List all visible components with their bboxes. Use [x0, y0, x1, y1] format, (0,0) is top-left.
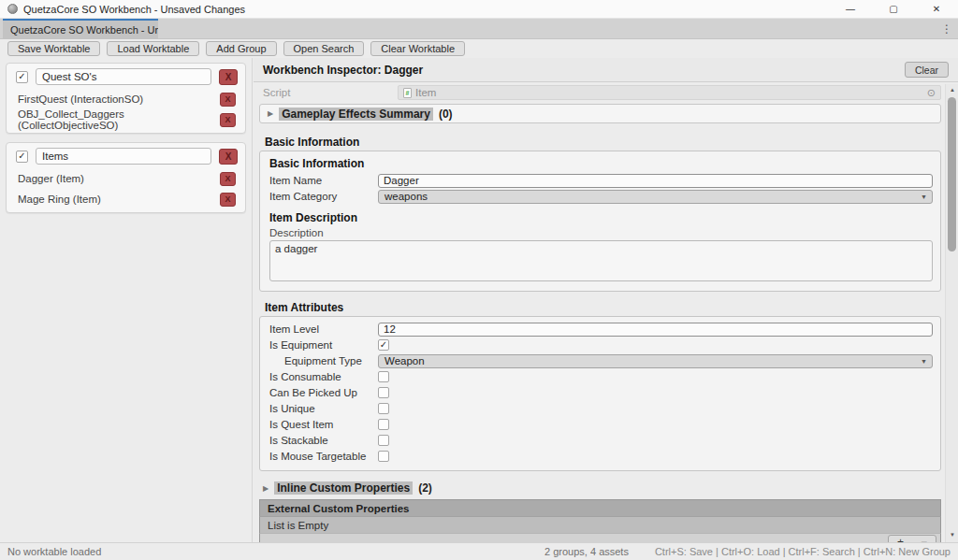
group-header: ✓ X: [7, 64, 245, 89]
delete-asset-button[interactable]: X: [220, 93, 236, 107]
inspector-panel: Workbench Inspector: Dagger Clear Script…: [254, 58, 958, 542]
is-equipment-row: Is Equipment ✓: [269, 337, 933, 352]
field-label: Is Quest Item: [269, 419, 378, 430]
item-attributes-section-label: Item Attributes: [259, 301, 941, 314]
add-group-button[interactable]: Add Group: [206, 41, 276, 56]
dropdown-arrow-icon: ▼: [921, 358, 927, 365]
app-icon: [7, 4, 18, 14]
delete-group-button[interactable]: X: [219, 69, 238, 85]
tab-bar: QuetzaCore SO Workbench - Un... ⋮: [0, 19, 958, 39]
list-item[interactable]: Mage Ring (Item) X: [7, 189, 245, 209]
dropdown-value: Weapon: [385, 355, 425, 366]
status-bar: No worktable loaded 2 groups, 4 assets C…: [0, 542, 958, 560]
description-label: Description: [269, 227, 933, 238]
equipment-type-dropdown[interactable]: Weapon ▼: [378, 354, 933, 368]
script-label: Script: [259, 87, 398, 98]
is-mouse-targetable-checkbox[interactable]: [378, 451, 389, 462]
close-button[interactable]: ✕: [915, 0, 958, 18]
asset-label: FirstQuest (InteractionSO): [18, 93, 220, 105]
status-shortcuts: Ctrl+S: Save | Ctrl+O: Load | Ctrl+F: Se…: [655, 546, 951, 557]
is-quest-item-checkbox[interactable]: [378, 419, 389, 430]
maximize-button[interactable]: ▢: [872, 0, 915, 18]
scroll-down-icon[interactable]: ▼: [946, 529, 958, 540]
group-name-input[interactable]: [36, 148, 211, 165]
basic-information-box: Basic Information Item Name Item Categor…: [259, 151, 941, 292]
window-controls: — ▢ ✕: [829, 0, 958, 18]
script-value: Item: [415, 87, 923, 98]
asset-label: Dagger (Item): [18, 173, 220, 184]
open-search-button[interactable]: Open Search: [283, 41, 365, 56]
groups-panel: ✓ X FirstQuest (InteractionSO) X OBJ_Col…: [0, 58, 253, 542]
clear-inspector-button[interactable]: Clear: [905, 62, 949, 78]
delete-asset-button[interactable]: X: [220, 113, 236, 127]
title-bar: QuetzaCore SO Workbench - Unsaved Change…: [0, 0, 958, 19]
equipment-type-row: Equipment Type Weapon ▼: [269, 353, 933, 368]
dropdown-arrow-icon: ▼: [921, 194, 927, 200]
inspector-scrollbar[interactable]: ▲ ▼: [945, 84, 958, 542]
asset-label: OBJ_Collect_Daggers (CollectObjectiveSO): [18, 108, 220, 131]
item-attributes-box: Item Level Is Equipment ✓ Equipment Type…: [259, 316, 941, 471]
minimize-button[interactable]: —: [829, 0, 872, 18]
clear-worktable-button[interactable]: Clear Worktable: [370, 41, 465, 56]
can-be-picked-up-row: Can Be Picked Up: [269, 385, 933, 400]
group-name-input[interactable]: [36, 68, 211, 85]
is-stackable-row: Is Stackable: [269, 433, 933, 448]
delete-asset-button[interactable]: X: [220, 193, 236, 207]
save-worktable-button[interactable]: Save Worktable: [7, 41, 100, 56]
group-enabled-checkbox[interactable]: ✓: [16, 71, 28, 83]
main-area: ✓ X FirstQuest (InteractionSO) X OBJ_Col…: [0, 58, 958, 542]
foldout-count: (0): [439, 108, 453, 121]
delete-group-button[interactable]: X: [219, 149, 238, 165]
load-worktable-button[interactable]: Load Worktable: [107, 41, 199, 56]
kebab-menu-icon[interactable]: ⋮: [941, 19, 952, 39]
group-enabled-checkbox[interactable]: ✓: [16, 151, 28, 163]
tab-workbench[interactable]: QuetzaCore SO Workbench - Un...: [3, 19, 158, 39]
item-name-row: Item Name: [269, 173, 933, 188]
can-be-picked-up-checkbox[interactable]: [378, 387, 389, 398]
foldout-label: Inline Custom Properties: [274, 481, 413, 495]
is-consumable-row: Is Consumable: [269, 369, 933, 384]
scrollbar-thumb[interactable]: [948, 97, 956, 251]
scroll-up-icon[interactable]: ▲: [946, 84, 958, 95]
script-icon: #: [403, 88, 412, 98]
remove-element-button[interactable]: −: [912, 536, 936, 542]
is-unique-checkbox[interactable]: [378, 403, 389, 414]
gameplay-effects-summary-foldout[interactable]: ▶ Gameplay Effects Summary (0): [259, 104, 941, 123]
list-item[interactable]: OBJ_Collect_Daggers (CollectObjectiveSO)…: [7, 109, 245, 130]
is-quest-item-row: Is Quest Item: [269, 417, 933, 432]
field-label: Item Category: [269, 191, 378, 202]
item-category-row: Item Category weapons ▼: [269, 189, 933, 204]
description-textarea[interactable]: a dagger: [269, 240, 933, 281]
basic-information-section-label: Basic Information: [259, 136, 941, 149]
item-description-title: Item Description: [269, 211, 933, 224]
foldout-arrow-icon: ▶: [263, 484, 269, 493]
inspector-header: Workbench Inspector: Dagger Clear: [254, 58, 958, 82]
item-level-input[interactable]: [378, 323, 933, 337]
add-element-button[interactable]: +: [889, 536, 912, 542]
status-message: No worktable loaded: [7, 546, 101, 557]
inline-custom-properties-foldout[interactable]: ▶ Inline Custom Properties (2): [259, 481, 941, 495]
list-item[interactable]: FirstQuest (InteractionSO) X: [7, 89, 245, 109]
list-add-remove-box: + −: [888, 535, 936, 542]
item-category-dropdown[interactable]: weapons ▼: [378, 190, 933, 204]
delete-asset-button[interactable]: X: [220, 172, 236, 186]
object-picker-icon[interactable]: ⊙: [927, 88, 936, 98]
list-item[interactable]: Dagger (Item) X: [7, 168, 245, 189]
script-field-row: Script # Item ⊙: [259, 85, 941, 100]
external-custom-properties-header[interactable]: External Custom Properties: [259, 499, 941, 516]
is-equipment-checkbox[interactable]: ✓: [378, 339, 389, 351]
foldout-label: Gameplay Effects Summary: [279, 108, 433, 121]
item-name-input[interactable]: [378, 174, 933, 188]
group-card-quest-sos: ✓ X FirstQuest (InteractionSO) X OBJ_Col…: [6, 63, 246, 134]
box-title: Basic Information: [269, 157, 933, 170]
is-stackable-checkbox[interactable]: [378, 435, 389, 446]
foldout-count: (2): [418, 481, 432, 495]
is-consumable-checkbox[interactable]: [378, 371, 389, 382]
group-header: ✓ X: [7, 143, 245, 168]
list-empty-row: List is Empty: [259, 516, 941, 533]
is-unique-row: Is Unique: [269, 401, 933, 416]
group-card-items: ✓ X Dagger (Item) X Mage Ring (Item) X: [6, 142, 246, 213]
field-label: Is Equipment: [269, 339, 378, 351]
script-object-field: # Item ⊙: [398, 85, 941, 100]
inspector-content: Script # Item ⊙ ▶ Gameplay Effects Summa…: [254, 82, 945, 542]
